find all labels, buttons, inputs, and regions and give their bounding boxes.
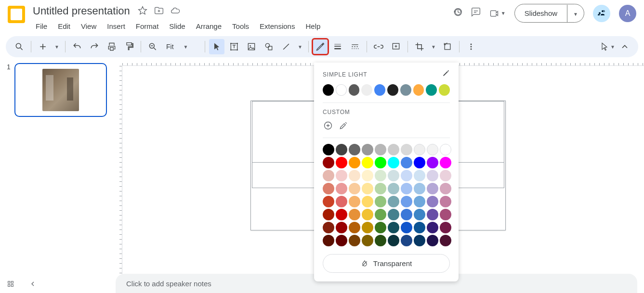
- palette-swatch[interactable]: [349, 222, 360, 233]
- palette-swatch[interactable]: [427, 209, 438, 220]
- palette-swatch[interactable]: [349, 144, 360, 155]
- palette-swatch[interactable]: [388, 170, 399, 181]
- theme-color-swatch[interactable]: [361, 84, 372, 96]
- link-button[interactable]: [371, 39, 386, 54]
- slide-thumbnail[interactable]: [14, 63, 107, 117]
- theme-color-swatch[interactable]: [336, 84, 347, 96]
- palette-swatch[interactable]: [388, 235, 399, 246]
- menu-insert[interactable]: Insert: [102, 20, 130, 32]
- palette-swatch[interactable]: [375, 222, 386, 233]
- menu-tools[interactable]: Tools: [227, 20, 254, 32]
- palette-swatch[interactable]: [388, 222, 399, 233]
- menu-edit[interactable]: Edit: [53, 20, 75, 32]
- palette-swatch[interactable]: [349, 196, 360, 207]
- palette-swatch[interactable]: [401, 170, 412, 181]
- menu-view[interactable]: View: [76, 20, 101, 32]
- palette-swatch[interactable]: [427, 144, 438, 155]
- comments-icon[interactable]: [471, 7, 481, 19]
- history-icon[interactable]: [453, 7, 462, 19]
- palette-swatch[interactable]: [401, 222, 412, 233]
- line-dropdown[interactable]: ▼: [296, 39, 304, 54]
- palette-swatch[interactable]: [375, 157, 386, 168]
- palette-swatch[interactable]: [323, 183, 334, 194]
- account-avatar[interactable]: A: [619, 5, 636, 22]
- palette-swatch[interactable]: [336, 209, 347, 220]
- image-tool[interactable]: [244, 39, 259, 54]
- palette-swatch[interactable]: [362, 144, 373, 155]
- add-custom-color-icon[interactable]: [323, 120, 333, 131]
- palette-swatch[interactable]: [362, 170, 373, 181]
- grid-view-icon[interactable]: [7, 280, 14, 289]
- search-menus-icon[interactable]: [12, 39, 27, 54]
- palette-swatch[interactable]: [323, 235, 334, 246]
- palette-swatch[interactable]: [388, 157, 399, 168]
- palette-swatch[interactable]: [362, 222, 373, 233]
- undo-button[interactable]: [69, 39, 85, 54]
- zoom-button[interactable]: [145, 39, 160, 54]
- palette-swatch[interactable]: [375, 183, 386, 194]
- palette-swatch[interactable]: [440, 144, 451, 155]
- palette-swatch[interactable]: [362, 157, 373, 168]
- menu-arrange[interactable]: Arrange: [191, 20, 226, 32]
- palette-swatch[interactable]: [440, 209, 451, 220]
- palette-swatch[interactable]: [440, 170, 451, 181]
- palette-swatch[interactable]: [414, 196, 425, 207]
- palette-swatch[interactable]: [427, 183, 438, 194]
- palette-swatch[interactable]: [401, 196, 412, 207]
- slideshow-dropdown[interactable]: ▼: [567, 5, 584, 22]
- theme-color-swatch[interactable]: [387, 84, 398, 96]
- palette-swatch[interactable]: [336, 222, 347, 233]
- share-button[interactable]: [593, 5, 610, 22]
- eyedropper-icon[interactable]: [338, 120, 349, 131]
- doc-title[interactable]: Untitled presentation: [31, 4, 132, 18]
- select-tool[interactable]: [209, 39, 224, 54]
- zoom-dropdown[interactable]: Fit ▼: [162, 43, 201, 51]
- palette-swatch[interactable]: [323, 196, 334, 207]
- palette-swatch[interactable]: [440, 196, 451, 207]
- edit-theme-icon[interactable]: [442, 69, 450, 79]
- new-slide-dropdown[interactable]: ▼: [53, 39, 61, 54]
- palette-swatch[interactable]: [323, 222, 334, 233]
- palette-swatch[interactable]: [362, 235, 373, 246]
- menu-file[interactable]: File: [31, 20, 52, 32]
- palette-swatch[interactable]: [336, 157, 347, 168]
- palette-swatch[interactable]: [323, 209, 334, 220]
- menu-extensions[interactable]: Extensions: [255, 20, 300, 32]
- paint-format-button[interactable]: [121, 39, 137, 54]
- hide-menus-button[interactable]: [617, 39, 632, 54]
- palette-swatch[interactable]: [362, 183, 373, 194]
- line-tool[interactable]: [278, 39, 294, 54]
- theme-color-swatch[interactable]: [413, 84, 424, 96]
- palette-swatch[interactable]: [349, 209, 360, 220]
- palette-swatch[interactable]: [388, 183, 399, 194]
- more-options-button[interactable]: [463, 39, 479, 54]
- palette-swatch[interactable]: [401, 183, 412, 194]
- palette-swatch[interactable]: [414, 209, 425, 220]
- border-color-button[interactable]: [313, 39, 328, 54]
- palette-swatch[interactable]: [323, 170, 334, 181]
- palette-swatch[interactable]: [375, 170, 386, 181]
- palette-swatch[interactable]: [414, 235, 425, 246]
- reset-image-button[interactable]: [440, 39, 455, 54]
- star-icon[interactable]: [138, 6, 147, 17]
- transparent-button[interactable]: Transparent: [323, 254, 450, 273]
- crop-button[interactable]: [412, 39, 427, 54]
- menu-slide[interactable]: Slide: [164, 20, 190, 32]
- collapse-panel-icon[interactable]: [29, 280, 37, 289]
- palette-swatch[interactable]: [349, 170, 360, 181]
- palette-swatch[interactable]: [336, 183, 347, 194]
- move-icon[interactable]: [154, 6, 164, 17]
- theme-color-swatch[interactable]: [374, 84, 385, 96]
- menu-help[interactable]: Help: [301, 20, 325, 32]
- border-weight-button[interactable]: [330, 39, 345, 54]
- palette-swatch[interactable]: [414, 222, 425, 233]
- border-dash-button[interactable]: [347, 39, 363, 54]
- comment-button[interactable]: [388, 39, 404, 54]
- palette-swatch[interactable]: [375, 235, 386, 246]
- palette-swatch[interactable]: [401, 209, 412, 220]
- palette-swatch[interactable]: [323, 144, 334, 155]
- palette-swatch[interactable]: [323, 157, 334, 168]
- palette-swatch[interactable]: [362, 209, 373, 220]
- theme-color-swatch[interactable]: [400, 84, 411, 96]
- palette-swatch[interactable]: [375, 209, 386, 220]
